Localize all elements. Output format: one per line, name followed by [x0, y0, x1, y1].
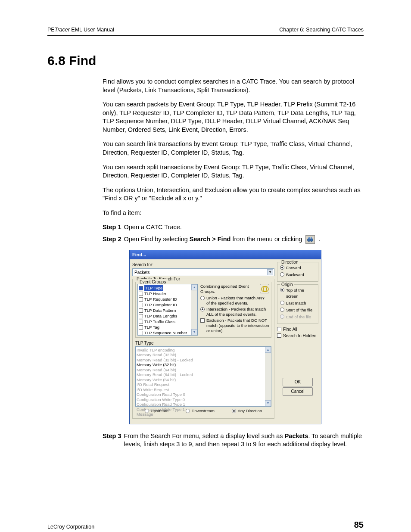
tlp-type-item[interactable]: I/O Read Request — [137, 382, 270, 387]
tlp-type-item[interactable]: Configuration Write Type 1 — [137, 407, 270, 412]
paragraph-1: Find allows you to conduct complex searc… — [103, 78, 364, 94]
tlp-type-item[interactable]: Memory Write (32 bit) — [137, 362, 270, 367]
step3-pre: From the Search For menu, select a displ… — [124, 432, 285, 439]
event-group-item[interactable]: TLP Header — [139, 291, 196, 296]
packets-to-search-for-group: Packets To Search For Event Groups TLP T… — [132, 279, 274, 418]
search-hidden-checkbox[interactable]: Search In Hidden — [277, 333, 318, 339]
ok-button[interactable]: OK — [283, 378, 313, 386]
find-all-checkbox[interactable]: Find All — [277, 327, 318, 333]
event-group-item[interactable]: TLP Sequence Number — [139, 330, 196, 336]
tlp-type-item[interactable]: Memory Read (32 bit) - Locked — [137, 358, 270, 363]
event-groups-list[interactable]: TLP TypeTLP HeaderTLP Requester IDTLP Co… — [137, 284, 198, 336]
backward-radio[interactable]: Backward — [280, 272, 315, 278]
origin-radio[interactable]: Last match — [280, 300, 315, 306]
scrollbar[interactable]: ▴ ▾ — [265, 347, 271, 406]
radio-icon — [200, 296, 205, 300]
tlp-type-item[interactable]: Configuration Read Type 1 — [137, 402, 270, 407]
tlp-type-item[interactable]: Memory Read (32 bit) — [137, 352, 270, 358]
event-group-item-label: TLP Requester ID — [144, 296, 177, 302]
checkbox-icon — [139, 314, 143, 318]
event-group-item[interactable]: TLP Data Pattern — [139, 308, 196, 313]
radio-icon — [280, 272, 284, 277]
direction-group: Direction Forward Backward — [277, 262, 318, 282]
origin-label: Top of the screen — [286, 287, 315, 299]
checkbox-icon — [139, 297, 143, 302]
scrollbar[interactable]: ▴ ▾ — [191, 284, 197, 335]
event-group-item-label: TLP Completer ID — [144, 302, 177, 308]
radio-icon — [200, 307, 205, 311]
event-group-item[interactable]: TLP Completer ID — [139, 302, 196, 308]
checkbox-icon — [139, 286, 143, 290]
forward-radio[interactable]: Forward — [280, 265, 315, 271]
radio-icon — [186, 409, 190, 413]
checkbox-icon — [139, 331, 143, 335]
scroll-down-icon[interactable]: ▾ — [265, 400, 271, 406]
page-header: PETracer EML User Manual Chapter 6: Sear… — [47, 27, 364, 33]
event-group-item[interactable]: TLP Type — [139, 285, 196, 291]
checkbox-icon — [277, 327, 281, 331]
scroll-up-icon[interactable]: ▴ — [265, 347, 271, 353]
checkbox-icon — [139, 303, 143, 307]
scroll-up-icon[interactable]: ▴ — [191, 284, 197, 290]
scroll-down-icon[interactable]: ▾ — [191, 329, 197, 335]
event-group-item-label: TLP Data Lengths — [144, 313, 177, 319]
checkbox-icon — [277, 333, 281, 338]
origin-radio[interactable]: Top of the screen — [280, 287, 315, 299]
tlp-type-item[interactable]: I/O Write Request — [137, 387, 270, 392]
step1-text: Open a CATC Trace. — [124, 223, 364, 232]
search-for-dropdown[interactable]: Packets ▾ — [132, 268, 274, 276]
union-label: Union - Packets that match ANY of the sp… — [206, 296, 269, 306]
event-group-item-label: TLP Tag — [144, 324, 159, 330]
step3-bold: Packets — [285, 432, 308, 439]
tlp-type-item[interactable]: Configuration Write Type 0 — [137, 397, 270, 402]
origin-radio[interactable]: Start of the file — [280, 307, 315, 313]
radio-icon — [280, 301, 284, 305]
binoculars-icon — [305, 235, 315, 244]
step1-label: Step 1 — [103, 223, 121, 232]
checkbox-icon — [200, 318, 205, 323]
radio-icon — [280, 265, 284, 270]
step2-label: Step 2 — [103, 235, 121, 244]
event-group-item[interactable]: TLP Data Lengths — [139, 313, 196, 319]
origin-group-title: Origin — [280, 282, 294, 288]
tlp-type-item[interactable]: Configuration Read Type 0 — [137, 392, 270, 397]
combining-label: Combining specified Event Groups: — [200, 284, 258, 294]
tlp-type-item[interactable]: Memory Write (64 bit) — [137, 377, 270, 383]
event-group-item[interactable]: TLP Traffic Class — [139, 319, 196, 324]
step2-bold: Search > Find — [190, 236, 231, 243]
tlp-type-list[interactable]: Invalid TLP encodingMemory Read (32 bit)… — [135, 346, 271, 407]
event-group-item[interactable]: TLP Requester ID — [139, 296, 196, 302]
step2-text: Open Find by selecting Search > Find fro… — [124, 235, 364, 244]
search-for-value: Packets — [134, 270, 150, 276]
header-right: Chapter 6: Searching CATC Traces — [279, 27, 364, 33]
footer-left: LeCroy Corporation — [47, 524, 94, 530]
event-group-item-label: TLP Header — [144, 291, 166, 296]
tlp-type-item[interactable]: Memory Read (64 bit) — [137, 367, 270, 373]
step2-pre: Open Find by selecting — [124, 236, 190, 243]
page-number: 85 — [354, 520, 364, 530]
tlp-type-item[interactable]: Invalid TLP encoding — [137, 348, 270, 353]
union-radio[interactable]: Union - Packets that match ANY of the sp… — [200, 296, 269, 306]
exclusion-checkbox[interactable]: Exclusion - Packets that DO NOT match (o… — [200, 318, 269, 333]
cancel-button[interactable]: Cancel — [283, 387, 313, 396]
intersection-radio[interactable]: Intersection - Packets that match ALL of… — [200, 307, 269, 317]
header-left-italic: Tracer — [55, 27, 70, 33]
checkbox-icon — [139, 308, 143, 313]
event-groups-group: Event Groups TLP TypeTLP HeaderTLP Reque… — [135, 282, 271, 338]
tlp-type-item[interactable]: Message — [137, 412, 270, 417]
origin-group: Origin Top of the screenLast matchStart … — [277, 284, 318, 324]
header-left-prefix: PE — [47, 27, 55, 33]
tlp-type-item[interactable]: Memory Read (64 bit) - Locked — [137, 372, 270, 377]
section-heading: 6.8 Find — [47, 53, 364, 68]
step2-tail: . — [318, 236, 320, 243]
header-left-suffix: EML User Manual — [70, 27, 114, 33]
forward-label: Forward — [286, 265, 301, 271]
origin-label: Last match — [286, 300, 306, 306]
radio-icon — [280, 314, 284, 319]
tlp-type-label: TLP Type — [135, 340, 271, 346]
event-group-item-label: TLP Traffic Class — [144, 319, 175, 324]
event-group-item-label: TLP Sequence Number — [144, 330, 187, 336]
event-group-item[interactable]: TLP Tag — [139, 324, 196, 330]
step3-label: Step 3 — [103, 432, 121, 441]
origin-radio: End of the file — [280, 314, 315, 320]
